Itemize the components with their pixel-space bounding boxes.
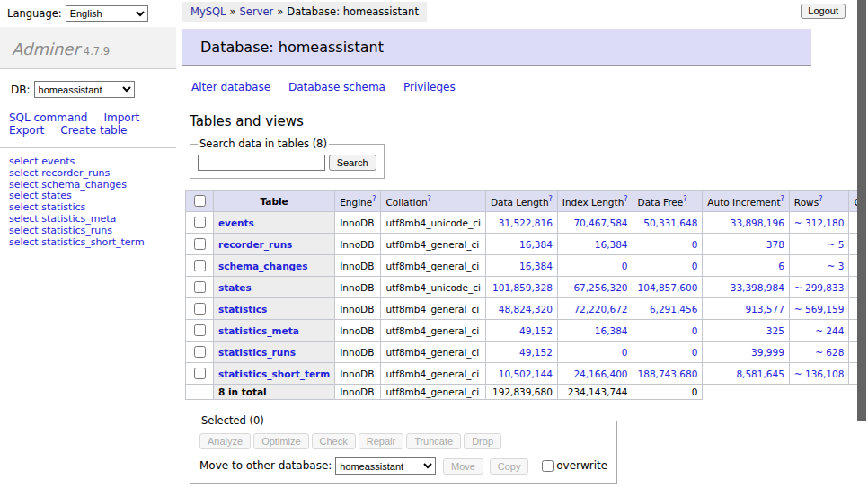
sidebar-action-export[interactable]: Export xyxy=(9,124,44,137)
breadcrumb-server-link[interactable]: Server xyxy=(240,5,274,18)
cell-rows[interactable]: ~ 244 xyxy=(789,320,849,342)
cell-rows[interactable]: ~ 628 xyxy=(789,342,849,363)
cell-data-free[interactable]: 0 xyxy=(633,320,703,342)
cell-auto-increment[interactable]: 6 xyxy=(703,255,790,277)
search-input[interactable] xyxy=(198,155,325,171)
table-link[interactable]: statistics xyxy=(218,304,267,315)
help-link[interactable]: ? xyxy=(781,195,784,203)
database-schema-link[interactable]: Database schema xyxy=(288,81,385,93)
cell-rows[interactable]: ~ 5 xyxy=(789,234,849,255)
truncate-button[interactable]: Truncate xyxy=(406,433,461,449)
sidebar-action-import[interactable]: Import xyxy=(103,111,139,124)
cell-data-free[interactable]: 0 xyxy=(633,255,703,277)
help-link[interactable]: ? xyxy=(549,195,553,203)
sidebar-item-select-events[interactable]: select events xyxy=(9,156,176,168)
sidebar-item-select-statistics_runs[interactable]: select statistics_runs xyxy=(9,226,176,237)
cell-rows[interactable]: ~ 136,108 xyxy=(789,363,849,385)
column-header-data-free: Data Free? xyxy=(633,191,703,212)
table-link[interactable]: recorder_runs xyxy=(218,239,292,250)
row-checkbox-cell xyxy=(186,298,214,320)
help-link[interactable]: ? xyxy=(683,195,686,203)
sidebar-item-select-statistics_meta[interactable]: select statistics_meta xyxy=(9,214,176,226)
cell-table-name: statistics xyxy=(214,298,335,320)
help-link[interactable]: ? xyxy=(624,195,627,203)
sidebar-action-sql-command[interactable]: SQL command xyxy=(9,111,87,124)
cell-auto-increment[interactable]: 378 xyxy=(703,234,790,255)
row-checkbox[interactable] xyxy=(194,238,206,250)
cell-index-length[interactable]: 67,256,320 xyxy=(557,277,633,298)
cell-data-free[interactable]: 0 xyxy=(633,342,703,363)
table-link[interactable]: statistics_short_term xyxy=(218,368,330,379)
optimize-button[interactable]: Optimize xyxy=(253,433,308,449)
alter-database-link[interactable]: Alter database xyxy=(191,81,270,93)
cell-rows[interactable]: ~ 3 xyxy=(789,255,849,277)
cell-data-length[interactable]: 48,824,320 xyxy=(485,298,557,320)
cell-auto-increment[interactable]: 325 xyxy=(703,320,790,342)
copy-button[interactable]: Copy xyxy=(490,458,529,475)
help-link[interactable]: ? xyxy=(372,195,376,203)
row-checkbox[interactable] xyxy=(194,260,206,271)
search-button[interactable]: Search xyxy=(329,155,376,171)
cell-index-length[interactable]: 72,220,672 xyxy=(557,298,633,320)
cell-auto-increment[interactable]: 913,577 xyxy=(703,298,790,320)
cell-data-length[interactable]: 10,502,144 xyxy=(485,363,557,385)
row-checkbox-cell xyxy=(186,234,214,255)
privileges-link[interactable]: Privileges xyxy=(403,81,456,93)
cell-auto-increment[interactable]: 8,581,645 xyxy=(703,363,790,385)
cell-data-length[interactable]: 16,384 xyxy=(485,255,557,277)
cell-rows[interactable]: ~ 312,180 xyxy=(789,212,849,234)
total-index-length: 234,143,744 xyxy=(557,385,633,400)
cell-data-free[interactable]: 6,291,456 xyxy=(633,298,703,320)
table-link[interactable]: states xyxy=(218,282,252,293)
sidebar-item-select-recorder_runs[interactable]: select recorder_runs xyxy=(9,168,176,180)
cell-data-length[interactable]: 101,859,328 xyxy=(485,277,557,298)
cell-data-free[interactable]: 104,857,600 xyxy=(633,277,703,298)
cell-index-length[interactable]: 0 xyxy=(557,342,633,363)
row-checkbox[interactable] xyxy=(194,346,206,358)
logout-button[interactable]: Logout xyxy=(801,4,846,19)
analyze-button[interactable]: Analyze xyxy=(199,433,251,449)
overwrite-checkbox[interactable] xyxy=(542,460,554,472)
cell-index-length[interactable]: 0 xyxy=(557,255,633,277)
repair-button[interactable]: Repair xyxy=(359,433,403,449)
cell-rows[interactable]: ~ 569,159 xyxy=(789,298,849,320)
drop-button[interactable]: Drop xyxy=(464,433,501,449)
row-checkbox[interactable] xyxy=(194,281,206,293)
row-checkbox[interactable] xyxy=(194,368,206,379)
scrollbar-thumb[interactable] xyxy=(857,0,866,421)
cell-data-length[interactable]: 49,152 xyxy=(485,320,557,342)
table-link[interactable]: statistics_meta xyxy=(218,325,299,336)
cell-index-length[interactable]: 24,166,400 xyxy=(557,363,633,385)
cell-auto-increment[interactable]: 33,398,984 xyxy=(703,277,790,298)
row-checkbox[interactable] xyxy=(194,324,206,336)
row-checkbox[interactable] xyxy=(194,217,206,228)
table-link[interactable]: statistics_runs xyxy=(218,347,296,358)
move-button[interactable]: Move xyxy=(443,458,483,475)
cell-index-length[interactable]: 16,384 xyxy=(557,234,633,255)
cell-rows[interactable]: ~ 299,833 xyxy=(789,277,849,298)
cell-data-free[interactable]: 50,331,648 xyxy=(633,212,703,234)
db-select[interactable]: homeassistant xyxy=(34,81,135,98)
cell-auto-increment[interactable]: 33,898,196 xyxy=(703,212,790,234)
sidebar-item-select-statistics_short_term[interactable]: select statistics_short_term xyxy=(9,237,176,249)
cell-auto-increment[interactable]: 39,999 xyxy=(703,342,790,363)
cell-data-free[interactable]: 0 xyxy=(633,234,703,255)
sidebar-action-create-table[interactable]: Create table xyxy=(60,124,127,137)
move-db-select[interactable]: homeassistant xyxy=(335,457,436,475)
selected-buttons: AnalyzeOptimizeCheckRepairTruncateDrop xyxy=(199,433,607,449)
table-link[interactable]: schema_changes xyxy=(218,261,308,271)
cell-index-length[interactable]: 16,384 xyxy=(557,320,633,342)
check-button[interactable]: Check xyxy=(312,433,356,449)
breadcrumb-mysql-link[interactable]: MySQL xyxy=(190,5,226,18)
table-link[interactable]: events xyxy=(218,217,254,228)
help-link[interactable]: ? xyxy=(819,195,822,203)
help-link[interactable]: ? xyxy=(428,195,431,203)
row-checkbox[interactable] xyxy=(194,303,206,315)
cell-data-length[interactable]: 16,384 xyxy=(485,234,557,255)
sidebar-divider xyxy=(0,147,176,148)
cell-data-length[interactable]: 31,522,816 xyxy=(485,212,557,234)
cell-data-free[interactable]: 188,743,680 xyxy=(633,363,703,385)
cell-index-length[interactable]: 70,467,584 xyxy=(557,212,633,234)
select-all-checkbox[interactable] xyxy=(194,195,206,207)
cell-data-length[interactable]: 49,152 xyxy=(485,342,557,363)
